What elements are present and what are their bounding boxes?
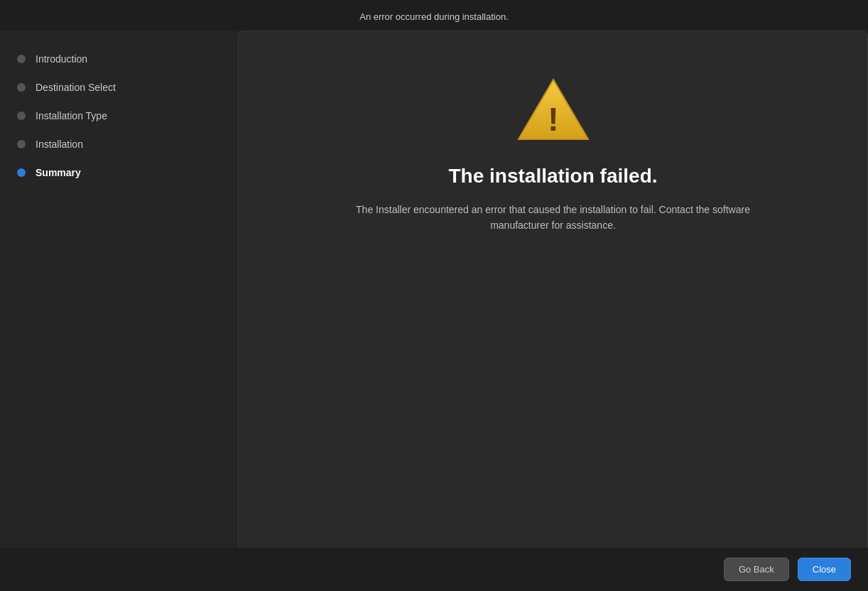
sidebar-label-installation-type: Installation Type <box>36 110 107 121</box>
top-bar: An error occurred during installation. <box>0 0 868 31</box>
sidebar-label-introduction: Introduction <box>36 53 87 65</box>
sidebar-item-installation-type: Installation Type <box>0 102 238 130</box>
sidebar-item-summary: Summary <box>0 158 238 187</box>
sidebar-item-introduction: Introduction <box>0 45 238 73</box>
sidebar-dot-installation-type <box>17 112 26 120</box>
svg-text:!: ! <box>548 101 558 138</box>
sidebar-item-installation: Installation <box>0 130 238 158</box>
sidebar-dot-destination-select <box>17 83 26 92</box>
content-area: ! The installation failed. The Installer… <box>238 31 868 548</box>
sidebar: Introduction Destination Select Installa… <box>0 31 238 548</box>
sidebar-dot-introduction <box>17 55 26 63</box>
go-back-button[interactable]: Go Back <box>724 558 789 581</box>
error-description: The Installer encountered an error that … <box>354 202 752 234</box>
close-button[interactable]: Close <box>798 558 851 581</box>
sidebar-item-destination-select: Destination Select <box>0 73 238 102</box>
sidebar-label-destination-select: Destination Select <box>36 82 116 93</box>
sidebar-label-installation: Installation <box>36 139 83 150</box>
bottom-bar: Go Back Close <box>0 548 868 591</box>
error-title: The installation failed. <box>448 165 657 188</box>
sidebar-label-summary: Summary <box>36 167 81 178</box>
warning-icon: ! <box>514 74 592 145</box>
top-bar-title: An error occurred during installation. <box>359 11 509 22</box>
sidebar-dot-installation <box>17 140 26 148</box>
main-layout: Introduction Destination Select Installa… <box>0 31 868 548</box>
sidebar-dot-summary <box>17 168 26 177</box>
